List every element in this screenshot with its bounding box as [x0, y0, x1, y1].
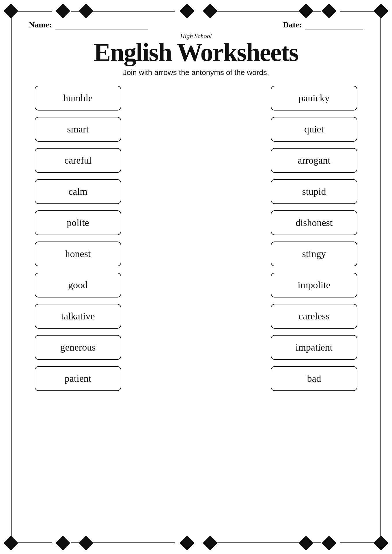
line-left — [11, 17, 12, 537]
line-top-mid-right — [217, 11, 321, 12]
name-field: Name: — [29, 20, 148, 29]
date-underline — [305, 29, 363, 29]
diamond-bottom-right — [374, 536, 389, 551]
diamond-top-4 — [203, 4, 218, 18]
right-word-5: stingy — [271, 242, 357, 266]
right-word-0: panicky — [271, 86, 357, 111]
line-top-right — [340, 11, 375, 12]
right-column: panickyquietarrogantstupiddishoneststing… — [271, 86, 357, 391]
name-date-row: Name: Date: — [17, 20, 375, 29]
diamond-top-3 — [180, 4, 195, 18]
right-word-4: dishonest — [271, 210, 357, 235]
right-word-9: bad — [271, 366, 357, 391]
left-word-0: humble — [35, 86, 121, 111]
left-word-6: good — [35, 273, 121, 297]
date-label: Date: — [283, 20, 302, 29]
right-word-6: impolite — [271, 273, 357, 297]
right-word-8: impatient — [271, 335, 357, 360]
line-top-left — [17, 11, 52, 12]
diamond-top-5 — [322, 4, 337, 18]
instruction-text: Join with arrows the antonyms of the wor… — [17, 68, 375, 77]
right-word-1: quiet — [271, 117, 357, 142]
left-word-8: generous — [35, 335, 121, 360]
line-top-mid-left — [71, 11, 175, 12]
left-word-4: polite — [35, 210, 121, 235]
diamond-bottom-1 — [56, 536, 70, 551]
line-bottom-mid-right — [217, 542, 321, 543]
diamond-bottom-5 — [322, 536, 337, 551]
name-label: Name: — [29, 20, 52, 29]
words-container: humblesmartcarefulcalmpolitehonestgoodta… — [17, 86, 375, 391]
diamond-bottom-3 — [180, 536, 195, 551]
diamond-top-left — [4, 4, 18, 18]
left-word-1: smart — [35, 117, 121, 142]
left-word-5: honest — [35, 242, 121, 266]
diamond-bottom-left — [4, 536, 18, 551]
right-word-2: arrogant — [271, 148, 357, 173]
diamond-top-right — [374, 4, 389, 18]
right-word-7: careless — [271, 304, 357, 329]
diamond-top-1 — [56, 4, 70, 18]
worksheet-header: Name: Date: High School English Workshee… — [17, 20, 375, 77]
right-word-3: stupid — [271, 179, 357, 204]
diamond-top-6 — [299, 4, 313, 18]
line-bottom-left — [17, 542, 52, 543]
line-bottom-mid-left — [71, 542, 175, 543]
left-word-9: patient — [35, 366, 121, 391]
left-word-7: talkative — [35, 304, 121, 329]
left-column: humblesmartcarefulcalmpolitehonestgoodta… — [35, 86, 121, 391]
date-field: Date: — [283, 20, 363, 29]
left-word-2: careful — [35, 148, 121, 173]
line-bottom-right — [340, 542, 375, 543]
main-title: English Worksheets — [17, 40, 375, 65]
diamond-bottom-2 — [79, 536, 94, 551]
diamond-bottom-6 — [299, 536, 313, 551]
name-underline — [55, 29, 148, 29]
left-word-3: calm — [35, 179, 121, 204]
worksheet-page: Name: Date: High School English Workshee… — [0, 0, 392, 554]
diamond-bottom-4 — [203, 536, 218, 551]
diamond-top-2 — [79, 4, 94, 18]
line-right — [380, 17, 381, 537]
